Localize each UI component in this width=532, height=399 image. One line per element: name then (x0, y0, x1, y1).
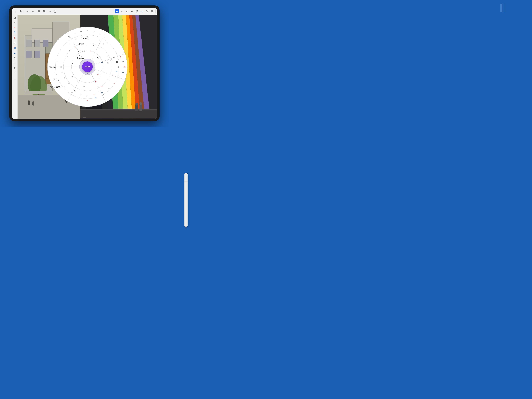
svg-marker-78 (14, 17, 16, 19)
top-toolbar: ⌂ ↩ ↪ ⚙ ▶ (12, 8, 157, 15)
navigate-label: Navigate (77, 50, 85, 52)
play-scenes-icon[interactable]: ▶ (115, 9, 119, 13)
svg-line-72 (146, 11, 147, 11)
svg-rect-46 (81, 109, 157, 110)
more-tools-icon[interactable]: ··· (12, 77, 17, 81)
move-tool-icon[interactable] (12, 36, 17, 40)
radial-menu[interactable]: ↖ ⊞ ✏ ⊿ ✦ ☞ ⬚ ⊞ ⊕ ⊕ (46, 25, 129, 108)
push-pull-icon[interactable] (12, 30, 17, 35)
paint-bucket-icon[interactable] (12, 56, 17, 61)
svg-rect-76 (151, 11, 153, 12)
svg-point-49 (135, 103, 138, 106)
preferences-label: Preferences (49, 86, 60, 88)
svg-rect-4 (26, 40, 32, 47)
svg-point-60 (126, 12, 127, 12)
svg-line-65 (142, 11, 143, 11)
add-label: Add (53, 78, 57, 81)
svg-rect-87 (14, 48, 16, 49)
svg-point-50 (139, 102, 142, 105)
svg-rect-55 (39, 12, 40, 12)
svg-rect-45 (81, 109, 157, 118)
layers-icon[interactable] (150, 9, 154, 13)
dot2 (84, 117, 85, 118)
done-button[interactable]: Done (82, 61, 93, 72)
select-tool-icon[interactable]: ↖ (12, 21, 17, 25)
svg-rect-5 (34, 40, 40, 47)
svg-rect-7 (26, 51, 32, 58)
svg-point-26 (32, 101, 34, 106)
house2-icon[interactable]: ⌂ (120, 9, 124, 13)
sidebar-divider2 (13, 51, 17, 51)
ipad-device: ⌂ ↩ ↪ ⚙ ▶ (9, 6, 160, 121)
svg-rect-82 (14, 32, 15, 33)
svg-rect-77 (151, 10, 153, 11)
svg-marker-90 (14, 57, 15, 59)
svg-rect-8 (34, 51, 40, 58)
svg-rect-53 (39, 10, 40, 11)
svg-point-79 (14, 18, 15, 19)
toolbar-right-group: ▶ ⌂ ⚙ (114, 8, 156, 14)
undo-icon[interactable]: ↩ (25, 9, 29, 13)
globe2-icon[interactable] (135, 9, 139, 13)
svg-line-74 (147, 11, 148, 12)
svg-rect-75 (151, 12, 153, 12)
svg-rect-91 (14, 59, 15, 59)
rotate-tool-icon[interactable] (12, 41, 17, 45)
dot1 (83, 117, 84, 118)
tape-measure-icon[interactable] (12, 61, 17, 65)
svg-rect-52 (38, 10, 39, 11)
pencil-tool-icon[interactable] (12, 25, 17, 30)
ipad-icon[interactable] (53, 9, 57, 13)
freehand-icon[interactable] (12, 70, 17, 75)
toolbar-left-group: ⌂ ↩ ↪ ⚙ (13, 9, 57, 13)
hex-settings-icon[interactable] (12, 16, 17, 20)
ipad-home-indicator (83, 117, 86, 118)
svg-line-66 (141, 11, 142, 11)
polygon-icon[interactable]: ◇ (12, 66, 17, 70)
home-icon[interactable]: ⌂ (13, 9, 18, 13)
orbit-tool-icon[interactable] (12, 51, 17, 56)
left-sidebar: ↖ (12, 15, 18, 119)
svg-point-25 (28, 100, 30, 105)
sun-settings-icon[interactable]: ⚙ (130, 9, 134, 13)
svg-rect-54 (38, 12, 39, 12)
svg-point-61 (127, 10, 128, 11)
svg-line-73 (147, 11, 148, 11)
axis-icon[interactable] (140, 9, 144, 13)
dot3 (85, 117, 86, 118)
svg-point-89 (14, 53, 15, 54)
svg-rect-86 (14, 47, 15, 48)
svg-point-51 (20, 10, 21, 12)
export-icon[interactable] (42, 9, 47, 13)
svg-point-20 (27, 74, 41, 94)
draw-label: Draw (79, 43, 84, 45)
user-icon[interactable] (19, 9, 23, 13)
fit-icon[interactable] (37, 9, 41, 13)
network-icon[interactable] (145, 9, 149, 13)
display-label: Display (49, 66, 56, 69)
redo-icon[interactable]: ↪ (31, 9, 35, 13)
path-icon[interactable] (125, 9, 129, 13)
ipad-screen: ⌂ ↩ ↪ ⚙ ▶ (12, 8, 157, 119)
svg-rect-48 (139, 104, 142, 111)
modify-label: Modify (83, 37, 89, 40)
gear-icon[interactable]: ⚙ (48, 9, 52, 13)
scenes-label: Scenes (77, 57, 84, 60)
scale-tool-icon[interactable] (12, 45, 17, 50)
